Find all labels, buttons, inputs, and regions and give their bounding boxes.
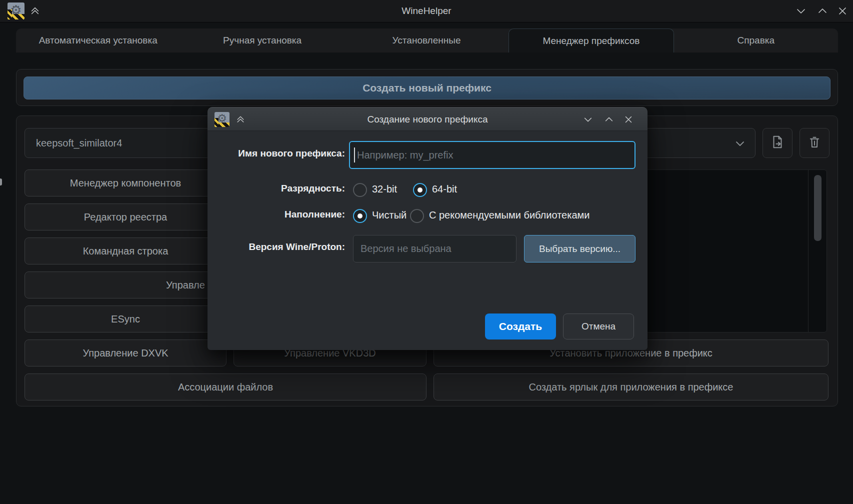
registry-editor-button[interactable]: Редактор реестра — [24, 204, 226, 230]
edge-handle[interactable] — [0, 178, 2, 186]
tab-auto-install[interactable]: Автоматическая установка — [16, 28, 180, 52]
create-prefix-panel: Создать новый префикс — [16, 69, 838, 106]
radio-64bit-label[interactable]: 64-bit — [432, 184, 457, 195]
scrollbar-thumb[interactable] — [814, 175, 822, 241]
wine-version-label: Версия Wine/Proton: — [218, 242, 345, 252]
dialog-maximize-button[interactable] — [603, 114, 615, 126]
radio-clean[interactable] — [353, 209, 367, 223]
new-file-button[interactable] — [762, 128, 792, 158]
radio-32bit[interactable] — [353, 183, 367, 197]
scrollbar-track[interactable] — [808, 170, 826, 332]
wine-version-input[interactable] — [353, 235, 516, 262]
fill-label: Наполнение: — [218, 209, 345, 220]
radio-recommended-libs[interactable] — [410, 209, 424, 223]
maximize-button[interactable] — [816, 5, 828, 17]
radio-64bit[interactable] — [413, 183, 427, 197]
delete-button[interactable] — [800, 128, 830, 158]
dialog-title-bar: ⚙ Создание нового префикса — [208, 107, 648, 131]
tab-installed[interactable]: Установленные — [344, 28, 508, 52]
file-associations-button[interactable]: Ассоциации файлов — [24, 374, 426, 400]
minimize-button[interactable] — [795, 5, 807, 17]
prefix-name-input[interactable] — [349, 141, 636, 169]
dialog-close-button[interactable] — [622, 114, 634, 126]
components-manager-button[interactable]: Менеджер компонентов — [24, 170, 226, 196]
dialog-minimize-button[interactable] — [582, 114, 594, 126]
command-line-button[interactable]: Командная строка — [24, 238, 226, 264]
prefix-select-value: keepsoft_similator4 — [25, 138, 122, 149]
chevron-down-icon — [734, 138, 746, 150]
tab-prefix-manager[interactable]: Менеджер префиксов — [508, 28, 674, 52]
radio-32bit-label[interactable]: 32-bit — [372, 184, 397, 195]
document-arrow-icon — [770, 134, 785, 152]
esync-button[interactable]: ESync — [24, 306, 226, 332]
create-prefix-dialog: ⚙ Создание нового префикса Имя нового пр… — [208, 107, 648, 350]
close-button[interactable] — [836, 5, 848, 17]
radio-clean-label[interactable]: Чистый — [372, 210, 406, 221]
text-caret — [354, 148, 355, 162]
create-button[interactable]: Создать — [485, 314, 556, 340]
prefix-name-label: Имя нового префикса: — [218, 148, 345, 159]
create-shortcut-button[interactable]: Создать ярлык для приложения в префиксе — [434, 374, 828, 400]
cancel-button[interactable]: Отмена — [563, 314, 634, 340]
radio-recommended-libs-label[interactable]: С рекомендуемыми библиотеками — [429, 210, 590, 221]
winehelper-window: ⚙ WineHelper Автоматическая установка Ру… — [0, 0, 853, 504]
title-bar: ⚙ WineHelper — [0, 0, 853, 22]
choose-version-button[interactable]: Выбрать версию... — [524, 235, 636, 262]
trash-icon — [807, 134, 822, 152]
window-title: WineHelper — [0, 0, 853, 22]
tab-manual-install[interactable]: Ручная установка — [180, 28, 344, 52]
tab-bar: Автоматическая установка Ручная установк… — [16, 28, 838, 52]
create-new-prefix-button[interactable]: Создать новый префикс — [24, 76, 830, 100]
dialog-title: Создание нового префикса — [208, 108, 648, 132]
arch-label: Разрядность: — [218, 183, 345, 194]
dxvk-manage-button[interactable]: Управление DXVK — [24, 340, 226, 366]
tab-help[interactable]: Справка — [674, 28, 838, 52]
